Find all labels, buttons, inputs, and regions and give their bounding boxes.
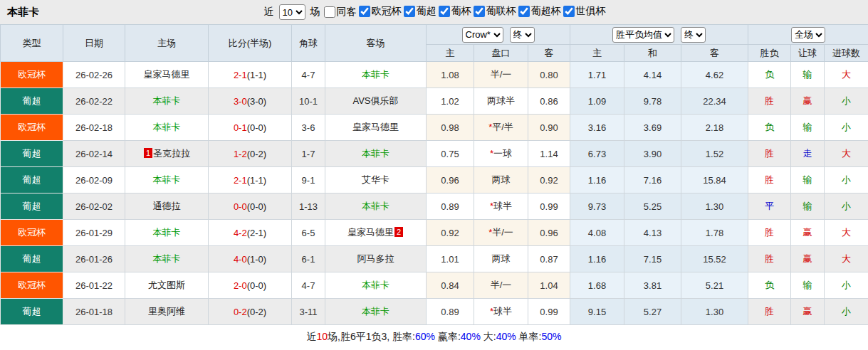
league-label: 葡联杯 <box>486 5 516 18</box>
match-row: 葡超26-01-18里奥阿维0-2(0-2)3-11本菲卡0.89*球半0.99… <box>1 299 868 325</box>
league-label: 葡超杯 <box>531 5 561 18</box>
footer-segment: 50% <box>541 331 561 342</box>
league-badge: 葡超 <box>1 88 63 115</box>
euro-draw-odds: 3.90 <box>624 141 681 167</box>
match-row: 葡超26-02-22本菲卡3-0(3-0)10-1AVS俱乐部1.02两球半0.… <box>1 88 868 115</box>
summary-footer: 近10场,胜6平1负3, 胜率:60% 赢率:40% 大:40% 单率:50% <box>0 325 868 349</box>
handicap-result: 赢 <box>791 220 825 246</box>
sub-header-winloss: 胜负 <box>748 45 791 62</box>
halftime-score: (1-1) <box>247 175 266 186</box>
same-venue-filter[interactable]: 同客 <box>323 6 357 18</box>
team-name: 皇家马德里 <box>144 69 190 80</box>
goals-result: 大 <box>825 141 868 167</box>
asian-handicap: *一球 <box>474 141 528 167</box>
asian-away-odds: 0.87 <box>528 246 570 272</box>
fulltime-score: 0-1 <box>234 122 247 133</box>
league-checkbox-1[interactable] <box>404 6 415 17</box>
asian-home-odds: 0.96 <box>427 167 474 193</box>
match-date: 26-01-26 <box>63 246 125 272</box>
league-badge: 欧冠杯 <box>1 272 63 299</box>
team-name: 皇家马德里 <box>352 122 399 132</box>
league-checkbox-0[interactable] <box>359 6 370 17</box>
halftime-score: (0-0) <box>247 280 266 291</box>
match-date: 26-01-29 <box>63 220 125 246</box>
winloss-result: 胜 <box>748 220 791 246</box>
euro-time-select[interactable]: 终 <box>681 27 706 43</box>
match-history-table: 类型 日期 主场 比分(半场) 角球 客场 Crow* 终 胜平负均值 终 全场 <box>0 24 868 325</box>
league-checkbox-5[interactable] <box>563 6 575 17</box>
match-row: 葡超26-02-141圣克拉拉1-2(0-2)1-7本菲卡0.75*一球1.14… <box>1 141 868 167</box>
corners-cell: 6-5 <box>292 220 325 246</box>
asian-time-select[interactable]: 终 <box>510 27 535 43</box>
team-name: 皇家马德里 <box>347 227 394 238</box>
euro-away-odds: 5.21 <box>681 272 748 299</box>
halftime-score: (0-2) <box>247 307 266 317</box>
score-cell: 4-0(1-0) <box>209 246 292 272</box>
asian-home-odds: 1.02 <box>427 88 474 115</box>
asian-handicap: *半/一 <box>474 220 528 246</box>
team-name: 本菲卡 <box>362 148 389 159</box>
winloss-result: 胜 <box>748 141 791 167</box>
fulltime-score: 2-1 <box>234 70 247 80</box>
home-team-cell: 本菲卡 <box>125 115 209 141</box>
col-header-date: 日期 <box>63 25 125 62</box>
handicap-change-star: * <box>490 148 493 159</box>
period-select[interactable]: 全场 <box>791 27 825 43</box>
euro-odds-header: 胜平负均值 终 <box>570 25 748 45</box>
footer-segment: 10 <box>317 331 328 342</box>
asian-away-odds: 0.92 <box>528 167 570 193</box>
league-filter-4[interactable]: 葡超杯 <box>517 5 561 18</box>
euro-draw-odds: 7.15 <box>624 246 681 272</box>
footer-segment: 近 <box>307 331 317 342</box>
team-name: 本菲卡 <box>153 122 181 132</box>
filter-controls: 近 10 场 同客 欧冠杯葡超葡杯葡联杯葡超杯世俱杯 <box>262 4 607 20</box>
asian-home-odds: 0.89 <box>427 299 474 325</box>
league-filter-group: 欧冠杯葡超葡杯葡联杯葡超杯世俱杯 <box>357 5 607 19</box>
score-cell: 2-0(0-0) <box>209 272 292 299</box>
team-name: 本菲卡 <box>153 253 181 264</box>
euro-home-odds: 1.09 <box>570 88 624 115</box>
league-checkbox-2[interactable] <box>439 6 450 17</box>
sub-header-asian-handicap: 盘口 <box>474 45 528 62</box>
league-filter-3[interactable]: 葡联杯 <box>472 5 516 18</box>
asian-home-odds: 0.98 <box>427 115 474 141</box>
match-row: 葡超26-02-09本菲卡2-1(1-1)9-1艾华卡0.96两球0.921.1… <box>1 167 868 193</box>
team-name: 本菲卡 <box>362 69 389 80</box>
league-filter-0[interactable]: 欧冠杯 <box>357 5 402 18</box>
fulltime-score: 2-0 <box>234 280 247 291</box>
euro-odds-select[interactable]: 胜平负均值 <box>612 27 674 43</box>
corners-cell: 6-1 <box>292 246 325 272</box>
recent-count-select[interactable]: 10 <box>279 4 305 20</box>
league-badge: 欧冠杯 <box>1 62 63 88</box>
col-header-corner: 角球 <box>292 25 325 62</box>
sub-header-euro-away: 客 <box>681 45 748 62</box>
euro-home-odds: 1.71 <box>570 62 624 88</box>
euro-draw-odds: 7.16 <box>624 167 681 193</box>
euro-home-odds: 1.16 <box>570 167 624 193</box>
away-team-cell: 本菲卡 <box>325 193 427 220</box>
league-filter-1[interactable]: 葡超 <box>402 5 436 18</box>
euro-away-odds: 4.62 <box>681 62 748 88</box>
asian-away-odds: 0.99 <box>528 193 570 220</box>
asian-odds-header: Crow* 终 <box>427 25 570 45</box>
games-label: 场 <box>310 6 320 18</box>
handicap-change-star: * <box>490 201 493 211</box>
league-checkbox-3[interactable] <box>474 6 485 17</box>
sub-header-asian-home: 主 <box>427 45 474 62</box>
asian-handicap: *平/半 <box>474 115 528 141</box>
handicap-change-star: * <box>488 227 492 238</box>
goals-result: 小 <box>825 272 868 299</box>
goals-result: 大 <box>825 62 868 88</box>
league-checkbox-4[interactable] <box>518 6 530 17</box>
score-cell: 4-2(2-1) <box>209 220 292 246</box>
asian-handicap: 半/一 <box>474 62 528 88</box>
home-team-cell: 本菲卡 <box>125 167 209 193</box>
league-filter-2[interactable]: 葡杯 <box>437 5 471 18</box>
same-venue-checkbox[interactable] <box>324 6 335 18</box>
handicap-result: 输 <box>791 115 825 141</box>
euro-draw-odds: 9.78 <box>624 88 681 115</box>
bookmaker-select[interactable]: Crow* <box>462 27 503 43</box>
match-date: 26-02-09 <box>63 167 125 193</box>
league-filter-5[interactable]: 世俱杯 <box>562 5 606 18</box>
footer-segment: 40% <box>496 331 516 342</box>
